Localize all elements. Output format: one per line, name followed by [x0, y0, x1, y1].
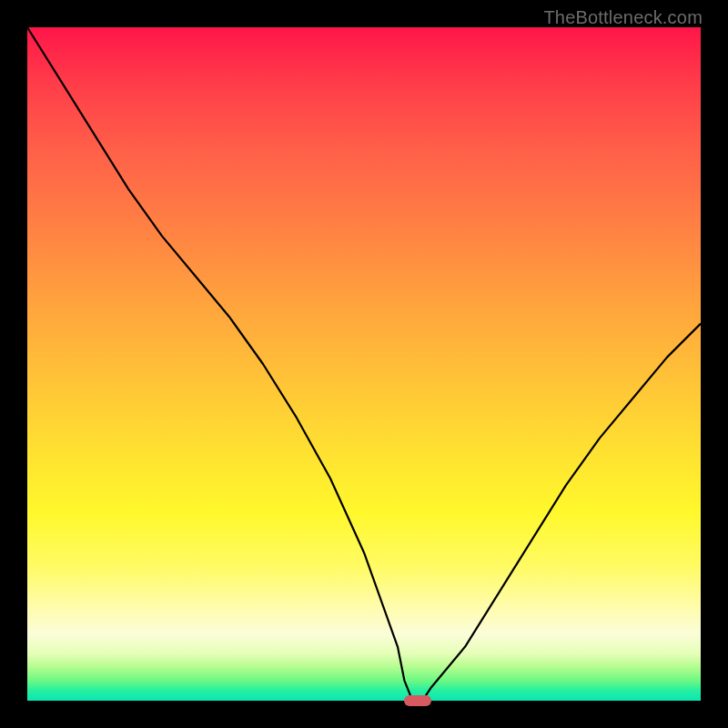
watermark-text: TheBottleneck.com — [543, 7, 703, 28]
bottleneck-curve — [27, 27, 701, 701]
plot-area — [27, 27, 701, 701]
curve-path — [27, 27, 701, 701]
optimal-marker — [404, 695, 431, 706]
chart-frame: TheBottleneck.com — [0, 0, 728, 728]
